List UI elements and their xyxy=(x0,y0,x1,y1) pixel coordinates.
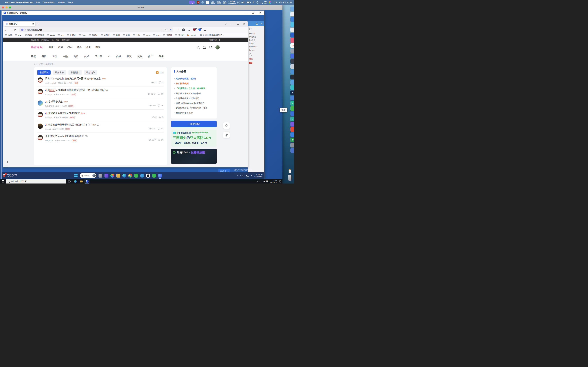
forward-button[interactable]: → xyxy=(9,28,12,31)
topbar-link-points[interactable]: 积分商城 xyxy=(52,39,59,41)
avatar[interactable] xyxy=(38,77,43,83)
topbar-link-market[interactable]: 奶昔超市 xyxy=(41,39,49,41)
category-trade[interactable]: 交易 xyxy=(138,55,142,58)
menu-help[interactable]: Help xyxy=(68,1,73,4)
maximize-icon[interactable] xyxy=(256,23,258,25)
tab-digest[interactable]: 最新精华 xyxy=(84,70,97,75)
category-crossborder[interactable]: 跨境 xyxy=(74,55,78,58)
bookmark-folder[interactable]: linux xyxy=(153,34,160,36)
battery-icon[interactable] xyxy=(247,1,250,3)
must-read-item[interactable]: 「奶昔访达」已上线，速来围观 xyxy=(174,87,214,90)
bookmark-folder[interactable]: esim xyxy=(143,34,150,36)
v2ray-icon[interactable]: V xyxy=(197,1,199,4)
favorite-site-link[interactable]: 收藏本站 xyxy=(209,39,217,41)
close-button[interactable]: ✕ xyxy=(259,12,261,14)
display-icon[interactable] xyxy=(260,181,262,182)
dock-app-icon[interactable]: W xyxy=(290,138,294,142)
subscribe-link[interactable]: 订阅 xyxy=(156,71,164,74)
bookmark-folder[interactable]: 刷机 xyxy=(113,34,120,36)
topbar-link-checkin[interactable]: 每日签到 xyxy=(31,39,39,41)
tracking-protection-shield-icon[interactable] xyxy=(21,29,24,31)
minimize-button[interactable]: — xyxy=(245,12,247,14)
post-title[interactable]: 水贴收录坛友使用eSIM的需求 xyxy=(49,112,80,115)
bookmark-folder[interactable]: 云手机 xyxy=(175,34,184,36)
more-icon[interactable]: ⋯ xyxy=(254,28,256,30)
mobile-view-button[interactable] xyxy=(5,160,8,164)
category-telecom[interactable]: 通信 xyxy=(52,55,57,58)
remote-desktop-status-icon[interactable] xyxy=(189,1,195,4)
dock-app-icon[interactable] xyxy=(290,59,294,64)
temp-stat[interactable]: TEMP66°C xyxy=(216,1,221,4)
calendar-icon[interactable]: 19 xyxy=(290,43,294,48)
dock-app-icon[interactable] xyxy=(290,64,294,69)
usb-drive-desktop-icon[interactable] xyxy=(288,169,292,173)
post-title[interactable]: 你的tg账号属于哪个地区（数据中心）？ xyxy=(49,123,91,126)
post-tag[interactable]: 金融 xyxy=(74,82,79,84)
tab-hottest[interactable]: 最新热门 xyxy=(69,70,82,75)
post-tag[interactable]: 茶馆 xyxy=(70,116,75,119)
must-read-item[interactable]: 用户认证制度（试行） xyxy=(174,77,214,80)
post-tag[interactable]: 通信 xyxy=(72,139,77,142)
forum-logo[interactable]: 奶昔论坛 xyxy=(31,45,43,49)
window-close-button[interactable]: ✕ xyxy=(243,23,245,25)
dock-app-icon[interactable]: e xyxy=(290,101,294,106)
avatar[interactable] xyxy=(38,100,43,106)
cpu-stat[interactable]: CPU30% xyxy=(211,1,215,4)
dock-app-icon[interactable] xyxy=(290,143,294,148)
maximize-button[interactable] xyxy=(252,12,254,14)
post-row[interactable]: 关于淘宝25元esim卡1.4M版本的测评 XM_1008 发表于 2025-1… xyxy=(37,133,164,144)
menubar-app-name[interactable]: Microsoft Remote Desktop xyxy=(5,1,33,4)
copilot-icon[interactable] xyxy=(110,174,114,178)
back-button[interactable]: ← xyxy=(5,28,7,31)
siri-icon[interactable] xyxy=(269,1,271,4)
control-center-icon[interactable] xyxy=(264,1,267,3)
browser-tab[interactable]: 奶昔论坛 ✕ xyxy=(4,22,35,26)
speaker-icon[interactable]: 🕪 xyxy=(264,180,265,183)
taskbar-search[interactable]: Search xyxy=(80,173,96,178)
dock-app-icon[interactable] xyxy=(290,133,294,137)
nav-extensions[interactable]: 扩展 xyxy=(58,46,63,49)
edge-icon[interactable] xyxy=(122,174,126,178)
nav-tasks[interactable]: 任务 xyxy=(86,46,91,49)
reload-button[interactable]: ⟳ xyxy=(14,28,16,32)
topbar-link-finder[interactable]: 奶昔访达 xyxy=(62,39,70,41)
bookmark-folder[interactable]: vpn xyxy=(58,34,64,36)
category-promo[interactable]: 推广 xyxy=(148,55,153,58)
dock-app-icon[interactable]: ✓ xyxy=(290,117,294,121)
apps-grid-icon[interactable] xyxy=(209,46,212,48)
home-icon[interactable]: ⌂ xyxy=(34,63,35,65)
tab-latest-replies[interactable]: 最新回复 xyxy=(37,70,51,75)
cast-icon[interactable] xyxy=(246,175,249,176)
breadcrumb-guide[interactable]: 导读 xyxy=(39,63,43,65)
forum-search-icon[interactable] xyxy=(197,46,199,48)
ublock-icon[interactable]: 1 xyxy=(199,28,201,31)
network-speed-stat[interactable]: ↑ 16 KB/s↓ 105 KB/s xyxy=(228,1,236,4)
qq-icon[interactable] xyxy=(146,174,150,178)
menu-edit[interactable]: Edit xyxy=(36,1,40,4)
bookmark-emulator[interactable]: 在线玩模拟器游戏 | E... xyxy=(200,34,224,36)
bookmark-folder[interactable]: 视频 xyxy=(25,34,32,36)
category-technology[interactable]: 技术 xyxy=(84,55,89,58)
speaker-icon[interactable]: 🕪 xyxy=(251,175,252,177)
post-title[interactable]: eSIM实体卡使用的大致统计（哎，统计就是玩儿） xyxy=(56,89,109,92)
background-window[interactable]: ✕ + ⋯ A醒普世 以定次元 8人身攻 迎来観 Welcome hd xyxy=(248,21,264,172)
launchpad-icon[interactable] xyxy=(290,12,294,17)
must-read-item[interactable]: 论坛支持Markdown格式及教程 xyxy=(174,102,214,105)
menu-hamburger-icon[interactable] xyxy=(204,29,206,31)
menu-connections[interactable]: Connections xyxy=(43,1,55,4)
post-title[interactable]: 关于淘宝25元esim卡1.4M版本的测评 xyxy=(45,135,84,138)
language-indicator[interactable]: 英 xyxy=(266,180,268,183)
sync-app-icon[interactable] xyxy=(134,174,138,178)
category-sitework[interactable]: 站务 xyxy=(159,55,164,58)
post-row[interactable]: 音乐平台调查 New faded2019 发表于 6 天前 茶馆 xyxy=(37,98,164,109)
url-bar[interactable]: forum.naixi.net ↓ 文A ★ xyxy=(19,27,173,32)
post-row[interactable]: 你的tg账号属于哪个地区（数据中心）？ New Yecraft 发表于 6 天前 xyxy=(37,121,164,133)
post-author[interactable]: Yecraft xyxy=(45,128,51,130)
spotlight-icon[interactable] xyxy=(261,2,262,3)
background-window-titlebar[interactable]: ✕ xyxy=(248,21,264,26)
bookmark-folder[interactable]: 特斯拉 xyxy=(35,34,44,36)
avatar[interactable] xyxy=(38,112,43,117)
edge-icon[interactable] xyxy=(290,33,294,37)
bookmark-folder[interactable]: 比特币 xyxy=(67,34,76,36)
chrome-icon[interactable] xyxy=(290,28,294,32)
